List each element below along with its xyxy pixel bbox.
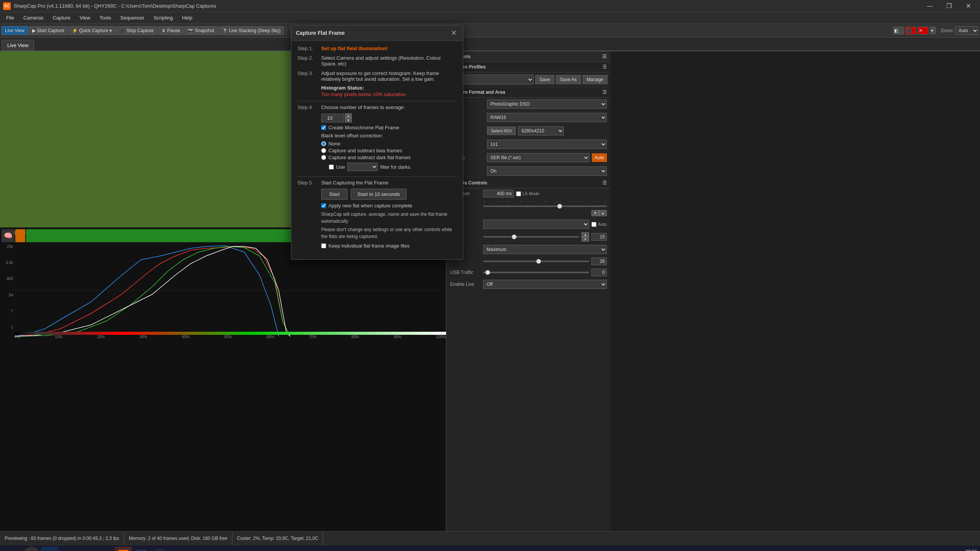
controls-menu-icon[interactable]: ☰ xyxy=(602,54,607,59)
rate-slider-thumb[interactable] xyxy=(536,259,541,264)
toolbar-icon-btn-3[interactable]: ✕ xyxy=(918,27,928,34)
gain-value[interactable]: 15 xyxy=(591,233,607,241)
live-view-button[interactable]: Live View xyxy=(2,26,28,35)
x-label-0: 0% xyxy=(15,335,20,340)
frames-up-btn[interactable]: ▲ xyxy=(345,113,352,118)
menu-file[interactable]: File xyxy=(2,13,19,22)
binning-select[interactable]: 1x1 xyxy=(487,140,607,149)
tab-live-view[interactable]: Live View xyxy=(2,40,34,51)
menu-tools[interactable]: Tools xyxy=(95,13,116,22)
status-cooler: Cooler: 2%, Temp: 20,9C, Target: 21,0C xyxy=(232,531,323,545)
start-button[interactable] xyxy=(3,546,21,551)
colorspace-select[interactable]: RAW16 xyxy=(487,113,607,122)
exposure-value[interactable]: 400 ms xyxy=(483,190,514,197)
gain-slider-thumb[interactable] xyxy=(512,235,516,239)
step4-text: Choose number of frames to average: xyxy=(321,104,457,110)
taskbar-galaxy-icon[interactable] xyxy=(243,547,260,551)
gain-on-select[interactable]: On Off xyxy=(487,166,607,176)
use-filter-checkbox[interactable] xyxy=(329,165,334,170)
taskbar-chrome-icon[interactable] xyxy=(207,547,224,551)
menu-view[interactable]: View xyxy=(75,13,95,22)
taskbar-folder-icon[interactable] xyxy=(96,547,113,551)
taskbar-edge-icon[interactable] xyxy=(41,547,58,551)
snapshot-button[interactable]: 📷 Snapshot xyxy=(185,26,218,35)
quick-capture-button[interactable]: ⚡ Quick Capture ▾ xyxy=(69,26,115,35)
frames-input[interactable] xyxy=(321,114,344,122)
taskbar-sharpcap-icon[interactable]: SC xyxy=(115,547,132,551)
taskbar-cam-icon[interactable] xyxy=(188,547,205,551)
capture-profiles-menu-icon[interactable]: ☰ xyxy=(603,64,607,70)
status-memory: Memory: 2 of 40 frames used, Disk: 160 G… xyxy=(124,531,232,545)
taskbar-asi-icon[interactable]: ASI xyxy=(133,547,150,551)
menu-scripting[interactable]: Scripting xyxy=(149,13,178,22)
menu-capture[interactable]: Capture xyxy=(48,13,75,22)
camera-controls-menu-icon[interactable]: ☰ xyxy=(603,180,607,186)
area-select[interactable]: 6280x4210 xyxy=(518,126,564,135)
colorspace-row: Space RAW16 xyxy=(446,111,611,124)
taskbar-screen-icon[interactable] xyxy=(262,547,279,551)
taskbar-astro-icon[interactable] xyxy=(170,547,187,551)
pause-button[interactable]: ⏸ Pause xyxy=(158,26,183,35)
usb-slider-thumb[interactable] xyxy=(485,270,490,275)
dialog-close-button[interactable]: ✕ xyxy=(449,28,458,37)
gain-up-btn[interactable]: ▲ xyxy=(581,232,589,237)
live-stacking-button[interactable]: 🔭 Live Stacking (Deep Sky) xyxy=(219,26,284,35)
mode-select[interactable]: PhotoGraphic DSO xyxy=(487,99,607,109)
taskbar-asi2-icon[interactable]: ASI xyxy=(152,547,168,551)
select-roi-button[interactable]: Select ROI xyxy=(487,127,516,135)
zoom-select[interactable]: Auto 25% 50% 100% xyxy=(955,26,978,35)
toolbar-icon-btn-2[interactable]: ⬛ xyxy=(905,27,916,34)
menu-sequencer[interactable]: Sequencer xyxy=(116,13,149,22)
search-button[interactable] xyxy=(23,547,40,551)
usb-value[interactable]: 0 xyxy=(591,269,607,276)
radio-group: None Capture and subtract bias frames Ca… xyxy=(321,141,457,160)
toolbar-icon-btn-1[interactable]: ◧ xyxy=(893,27,904,34)
start-10-button[interactable]: Start in 10 seconds xyxy=(351,189,406,200)
close-button[interactable]: ✕ xyxy=(959,0,977,12)
keep-individual-checkbox[interactable] xyxy=(321,243,326,248)
rate-value[interactable]: 26 xyxy=(591,258,607,265)
menu-help[interactable]: Help xyxy=(178,13,197,22)
taskbar-clock[interactable]: 20:58 21.01.2024 xyxy=(954,548,977,551)
taskbar-user-icon[interactable] xyxy=(280,547,297,551)
stop-capture-button[interactable]: ⬛ Stop Capture xyxy=(116,26,157,35)
manage-button[interactable]: Manage xyxy=(583,75,608,84)
radio-dark[interactable] xyxy=(321,155,326,160)
dialog-title-bar: Capture Flat Frame ✕ xyxy=(291,25,463,41)
taskbar-app3-icon[interactable]: S xyxy=(78,547,95,551)
exposure-slider-thumb[interactable] xyxy=(557,204,562,209)
x-label-4: 40% xyxy=(182,335,189,340)
start-capture-button[interactable]: ▶ Start Capture xyxy=(29,26,68,35)
radio-bias[interactable] xyxy=(321,148,326,153)
exposure-up-btn[interactable]: ▲ xyxy=(599,210,607,216)
minimize-button[interactable]: — xyxy=(921,0,939,12)
step4-label: Step 4. xyxy=(297,104,321,110)
taskbar-files-icon[interactable] xyxy=(225,547,242,551)
rate-select[interactable]: Maximum xyxy=(483,245,607,254)
apply-flat-checkbox[interactable] xyxy=(321,203,326,208)
lx-mode-checkbox[interactable] xyxy=(516,191,521,196)
toolbar-dropdown-btn[interactable]: ▾ xyxy=(930,27,936,34)
filter-select[interactable] xyxy=(347,163,378,171)
maximize-button[interactable]: ❐ xyxy=(940,0,958,12)
create-mono-checkbox[interactable] xyxy=(321,125,326,130)
y-label-1: 3,0k xyxy=(6,261,13,265)
step4-content: Choose number of frames to average: ▲ ▼ … xyxy=(321,104,457,173)
radio-none[interactable] xyxy=(321,141,326,146)
exposure-down-btn[interactable]: ▼ xyxy=(591,210,599,216)
taskbar-telegram-icon[interactable] xyxy=(60,547,77,551)
menu-cameras[interactable]: Cameras xyxy=(19,13,48,22)
auto-format-button[interactable]: Auto xyxy=(592,153,607,162)
save-button[interactable]: Save xyxy=(535,75,554,84)
step1-label: Step 1. xyxy=(297,46,321,51)
start-button[interactable]: Start xyxy=(321,189,348,200)
clock-time: 20:58 xyxy=(954,548,977,551)
auto-checkbox[interactable] xyxy=(591,222,596,227)
picks-select[interactable] xyxy=(483,220,589,229)
enable-live-select[interactable]: Off On xyxy=(483,280,607,289)
save-as-button[interactable]: Save As xyxy=(556,75,581,84)
gain-down-btn[interactable]: ▼ xyxy=(581,237,589,241)
capture-format-menu-icon[interactable]: ☰ xyxy=(603,90,607,95)
format-select[interactable]: SER file (*.ser) xyxy=(487,153,590,162)
frames-down-btn[interactable]: ▼ xyxy=(345,118,352,122)
